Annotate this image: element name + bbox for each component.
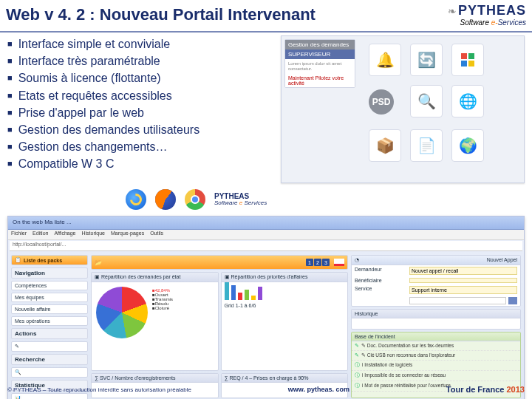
sidebar-item[interactable]: 🔍 xyxy=(11,367,88,378)
refresh-icon: 🔄 xyxy=(410,44,443,76)
slide-title: Web v 4. 2 : Nouveau Portail Intervenant xyxy=(6,5,316,24)
grid-icon xyxy=(451,44,484,76)
globe-leaf-icon: 🌍 xyxy=(451,129,484,162)
sidebar-item[interactable]: 📋Liste des packs xyxy=(11,255,88,265)
sidebar-item[interactable]: Nouvelle affaire xyxy=(11,304,88,314)
sidebar-category: Navigation xyxy=(11,267,88,279)
sidebar-item[interactable]: Mes opérations xyxy=(11,316,88,326)
svg-rect-1 xyxy=(468,53,474,59)
sidebar-item[interactable]: ✎ xyxy=(11,341,88,352)
browser-icons: PYTHEAS Software e Services xyxy=(126,189,267,210)
address-bar: http://localhost/portal/... xyxy=(10,241,522,251)
form-row: ServiceSupport interne xyxy=(352,284,520,296)
search-icon: 🔍 xyxy=(410,85,443,117)
pytheas-small-logo: PYTHEAS Software e Services xyxy=(214,193,267,206)
note-icon: ✎ xyxy=(355,343,359,349)
globe-icon: 🌐 xyxy=(451,85,484,117)
bell-icon: 🔔 xyxy=(369,44,401,76)
list-icon: 📋 xyxy=(15,257,21,263)
sidebar-item[interactable]: Compétences xyxy=(11,281,88,290)
sidebar: 📋Liste des packs Navigation Compétences … xyxy=(11,255,88,398)
copyright: © PYTHEAS – Toute reproduction interdite… xyxy=(7,386,191,393)
panel-title: Gestion des demandes xyxy=(285,40,355,50)
sidebar-item[interactable]: Mes équipes xyxy=(11,293,88,302)
screenshot-dashboard: On the web Ma liste ... FichierEditionAf… xyxy=(7,216,525,399)
kb-item[interactable]: ⓘi Installation de logiciels xyxy=(352,361,520,371)
info-icon: ⓘ xyxy=(355,362,360,369)
firefox-icon xyxy=(155,189,176,210)
menu-bar: FichierEditionAffichageHistoriqueMarque-… xyxy=(8,230,524,240)
box-icon: 📦 xyxy=(369,129,401,162)
panel-header: ◔ Nouvel Appel xyxy=(352,256,520,265)
sidebar-category: Actions xyxy=(11,328,88,339)
website-url: www. pytheas. com xyxy=(288,386,349,393)
panel-header: Base de l'incident xyxy=(352,332,520,341)
panel-header: Historique xyxy=(352,310,520,318)
pie-legend: 42,84% OuvertTransmisRésoluCloturé xyxy=(152,288,173,343)
role-label: SUPERVISEUR xyxy=(285,50,355,59)
psd-badge: PSD xyxy=(369,89,394,115)
window-title: On the web Ma liste ... xyxy=(8,216,524,230)
card-header: ▣ Répartition des priorités d'affaires xyxy=(222,273,348,282)
note-icon: ✎ xyxy=(355,352,359,358)
flag-fr-icon xyxy=(334,259,344,266)
pager[interactable]: 123 xyxy=(306,259,330,266)
form-row: Bénéficiaire xyxy=(352,276,520,284)
svg-rect-2 xyxy=(461,61,467,66)
notice-text: Maintenant Pilotez votre activité xyxy=(285,74,355,87)
pie-chart xyxy=(96,287,148,338)
field-demandeur[interactable]: Nouvel appel / recall xyxy=(409,267,517,275)
chrome-icon xyxy=(185,189,205,210)
search-button[interactable] xyxy=(508,297,517,304)
svg-rect-3 xyxy=(468,61,474,66)
field-beneficiaire[interactable] xyxy=(409,278,517,283)
text-input[interactable] xyxy=(409,297,506,304)
kb-item[interactable]: ✎✎ Doc. Documentation sur les fax-deumte… xyxy=(352,341,520,351)
card-header: ▣ Répartition des demandes par état xyxy=(92,273,218,282)
kb-item[interactable]: ✎✎ Clé USB non reconnue dans l'explorate… xyxy=(352,351,520,361)
breadcrumb-bar: 📂 123 xyxy=(91,255,348,270)
sidebar-category: Recherche xyxy=(11,354,88,365)
doc-icon: 📄 xyxy=(410,129,443,162)
field-service[interactable]: Support interne xyxy=(409,286,517,294)
company-logo: ❧PYTHEAS Software e-Services xyxy=(448,3,526,27)
svg-rect-0 xyxy=(461,53,467,59)
bar-chart xyxy=(222,282,348,303)
form-row: DemandeurNouvel appel / recall xyxy=(352,265,520,276)
event-label: Tour de France 2013 xyxy=(446,385,525,394)
ie-icon xyxy=(126,189,146,210)
screenshot-portal-preview: Gestion des demandes SUPERVISEUR Lorem i… xyxy=(281,35,525,183)
info-icon: ⓘ xyxy=(355,372,360,379)
